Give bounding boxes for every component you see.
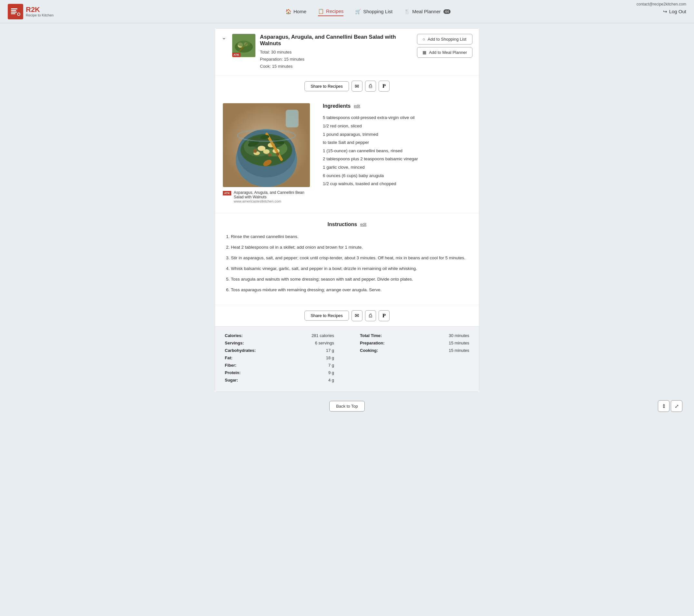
nav-home[interactable]: 🏠 Home: [286, 7, 306, 16]
back-bar-inner: Back to Top ⇕ ⤢: [4, 401, 690, 412]
prep-row: Preparation: 15 minutes: [360, 341, 469, 345]
fat-row: Fat: 18 g: [225, 356, 334, 360]
instructions-list: 1. Rinse the canned cannellini beans.2. …: [223, 233, 471, 294]
recipe-ingredients-col: Ingredients edit 5 tablespoons cold-pres…: [323, 103, 471, 203]
recipe-header: ⌄ ATK Asparagus, Arugula, and Cannellini…: [215, 29, 479, 75]
logo-icon: [8, 4, 23, 19]
recipe-main-image: [223, 103, 310, 187]
meal-planner-icon: ▦: [422, 50, 426, 55]
logout-button[interactable]: ↪ Log Out: [663, 9, 686, 15]
cooking-value: 15 minutes: [449, 348, 469, 353]
recipes-icon: 📋: [318, 8, 324, 14]
instruction-step: 6. Toss asparagus mixture with remaining…: [223, 286, 471, 294]
pinterest-icon-bottom: 𝐏: [382, 313, 386, 319]
prep-label: Preparation:: [360, 341, 385, 345]
recipe-image-caption: ATK Asparagus, Arugula, and Cannellini B…: [223, 190, 310, 203]
svg-point-23: [263, 149, 270, 154]
nutrition-col-right: Total Time: 30 minutes Preparation: 15 m…: [360, 333, 469, 385]
instruction-step: 5. Toss arugula and walnuts with some dr…: [223, 276, 471, 283]
pinterest-button-bottom[interactable]: 𝐏: [379, 310, 389, 321]
recipe-image-col: ATK Asparagus, Arugula, and Cannellini B…: [223, 103, 310, 203]
back-to-top-button[interactable]: Back to Top: [329, 401, 365, 412]
ingredient-item: 2 tablespoons plus 2 teaspoons balsamic …: [323, 155, 471, 163]
ingredient-item: to taste Salt and pepper: [323, 138, 471, 147]
ingredients-title: Ingredients: [323, 103, 350, 109]
logout-icon: ↪: [663, 9, 667, 15]
total-time-value: 30 minutes: [449, 333, 469, 338]
nav-shopping-list[interactable]: 🛒 Shopping List: [355, 7, 392, 16]
sugar-row: Sugar: 4 g: [225, 378, 334, 382]
svg-point-32: [276, 152, 279, 156]
email-icon: ✉: [355, 83, 359, 89]
email-button-top[interactable]: ✉: [351, 80, 363, 92]
expand-vertical-button[interactable]: ⇕: [658, 400, 670, 412]
instruction-step: 4. Whisk balsamic vinegar, garlic, salt,…: [223, 265, 471, 273]
shopping-list-icon: ○: [422, 37, 425, 42]
home-icon: 🏠: [286, 9, 292, 15]
caption-title: Asparagus, Arugula, and Cannellini Bean …: [234, 190, 310, 199]
share-bar-bottom: Share to Recipes ✉ ⎙ 𝐏: [215, 305, 479, 326]
calories-row: Calories: 281 calories: [225, 333, 334, 338]
fiber-value: 7 g: [328, 363, 334, 368]
share-to-recipes-button-top[interactable]: Share to Recipes: [305, 81, 349, 91]
svg-point-31: [253, 149, 257, 153]
expand-all-icon: ⤢: [675, 403, 679, 409]
ingredients-edit-link[interactable]: edit: [354, 104, 360, 108]
carbs-row: Carbohydrates: 17 g: [225, 348, 334, 353]
ingredient-item: 1/2 cup walnuts, toasted and chopped: [323, 180, 471, 188]
print-button-bottom[interactable]: ⎙: [365, 310, 376, 321]
calories-value: 281 calories: [312, 333, 334, 338]
back-to-top-bar: Back to Top ⇕ ⤢: [0, 397, 694, 415]
cart-icon: 🛒: [355, 9, 361, 15]
add-to-shopping-list-button[interactable]: ○ Add to Shopping List: [417, 34, 472, 44]
recipe-title: Asparagus, Arugula, and Cannellini Bean …: [260, 34, 413, 47]
share-to-recipes-button-bottom[interactable]: Share to Recipes: [305, 311, 349, 321]
print-icon: ⎙: [369, 83, 372, 89]
email-button-bottom[interactable]: ✉: [351, 310, 363, 321]
fiber-label: Fiber:: [225, 363, 236, 368]
instructions-header: Instructions edit: [223, 216, 471, 228]
svg-rect-2: [11, 10, 16, 11]
add-to-meal-planner-button[interactable]: ▦ Add to Meal Planner: [417, 47, 472, 58]
atk-badge: ATK: [232, 53, 241, 57]
logo-area: R2K Recipe to Kitchen: [8, 4, 54, 19]
instruction-step: 3. Stir in asparagus, salt, and pepper; …: [223, 254, 471, 262]
nav-meal-planner[interactable]: 🍴 Meal Planner 44: [404, 7, 451, 16]
protein-value: 9 g: [328, 370, 334, 375]
instructions-title: Instructions: [328, 221, 357, 228]
instructions-edit-link[interactable]: edit: [360, 222, 366, 227]
svg-rect-4: [11, 13, 16, 14]
print-icon-bottom: ⎙: [369, 313, 372, 319]
total-time-label: Total Time:: [360, 333, 382, 338]
total-time-row: Total Time: 30 minutes: [360, 333, 469, 338]
carbs-label: Carbohydrates:: [225, 348, 256, 353]
total-time: Total: 30 minutes: [260, 49, 413, 56]
cooking-row: Cooking: 15 minutes: [360, 348, 469, 353]
caption-atk-badge: ATK: [223, 191, 231, 196]
recipe-body: ATK Asparagus, Arugula, and Cannellini B…: [215, 97, 479, 213]
instruction-step: 2. Heat 2 tablespoons oil in a skillet; …: [223, 244, 471, 251]
email-icon-bottom: ✉: [355, 312, 359, 319]
caption-block: Asparagus, Arugula, and Cannellini Bean …: [234, 190, 310, 203]
recipe-actions: ○ Add to Shopping List ▦ Add to Meal Pla…: [417, 34, 472, 58]
ingredient-item: 1 pound asparagus, trimmed: [323, 130, 471, 139]
ingredient-item: 1 (15-ounce) can cannellini beans, rinse…: [323, 147, 471, 155]
logo-text: R2K Recipe to Kitchen: [26, 6, 54, 17]
caption-url: www.americastestkitchen.com: [234, 199, 310, 203]
expand-buttons: ⇕ ⤢: [658, 400, 682, 412]
fat-value: 18 g: [326, 356, 334, 360]
ingredient-item: 5 tablespoons cold-pressed extra-virgin …: [323, 113, 471, 122]
servings-value: 6 servings: [315, 341, 334, 345]
recipe-card: ⌄ ATK Asparagus, Arugula, and Cannellini…: [215, 29, 479, 392]
cook-time: Cook: 15 minutes: [260, 63, 413, 70]
expand-all-button[interactable]: ⤢: [671, 400, 682, 412]
svg-point-33: [268, 153, 271, 157]
protein-label: Protein:: [225, 370, 241, 375]
recipe-thumbnail: ATK: [232, 34, 255, 57]
ingredient-item: 6 ounces (6 cups) baby arugula: [323, 171, 471, 180]
nav-recipes[interactable]: 📋 Recipes: [318, 7, 344, 16]
pinterest-button-top[interactable]: 𝐏: [379, 80, 389, 92]
protein-row: Protein: 9 g: [225, 370, 334, 375]
print-button-top[interactable]: ⎙: [365, 80, 376, 92]
collapse-button[interactable]: ⌄: [222, 34, 226, 41]
